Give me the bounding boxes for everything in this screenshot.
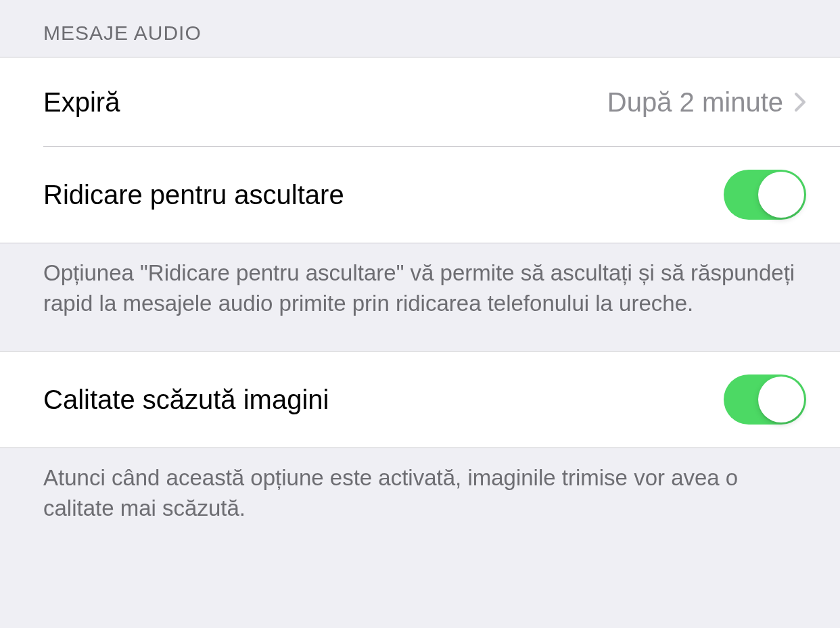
raise-to-listen-toggle[interactable] — [724, 170, 806, 220]
raise-to-listen-row: Ridicare pentru ascultare — [0, 147, 840, 243]
toggle-knob — [758, 172, 804, 218]
low-quality-images-row: Calitate scăzută imagini — [0, 352, 840, 448]
chevron-right-icon — [794, 92, 806, 112]
section-footer-low-quality: Atunci când această opțiune este activat… — [0, 448, 840, 556]
settings-group-audio: Expiră După 2 minute Ridicare pentru asc… — [0, 57, 840, 243]
toggle-knob — [758, 377, 804, 422]
expire-value-wrap: După 2 minute — [607, 87, 806, 118]
expire-value: După 2 minute — [607, 87, 783, 118]
settings-group-images: Calitate scăzută imagini — [0, 351, 840, 448]
expire-row[interactable]: Expiră După 2 minute — [0, 57, 840, 147]
expire-label: Expiră — [43, 87, 120, 118]
section-header-audio-messages: Mesaje audio — [0, 0, 840, 57]
low-quality-images-label: Calitate scăzută imagini — [43, 385, 329, 415]
low-quality-images-toggle[interactable] — [724, 375, 806, 425]
raise-to-listen-label: Ridicare pentru ascultare — [43, 180, 344, 210]
section-footer-raise-to-listen: Opțiunea "Ridicare pentru ascultare" vă … — [0, 243, 840, 351]
